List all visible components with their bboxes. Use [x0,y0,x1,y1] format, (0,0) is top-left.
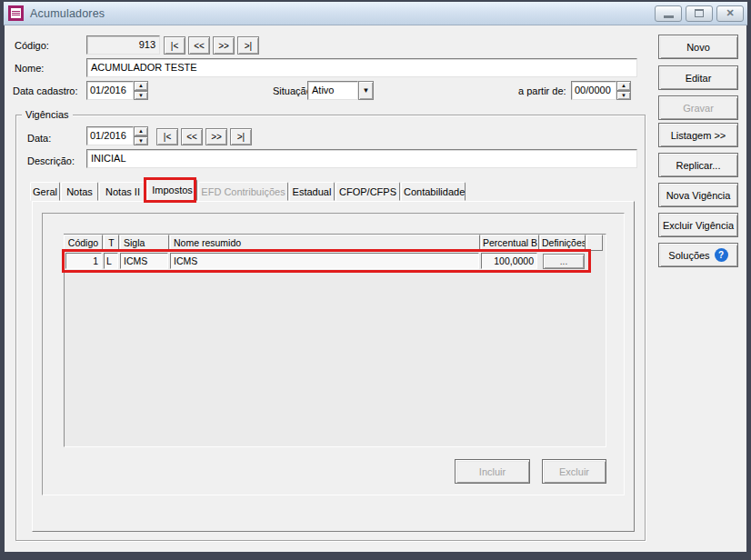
a-partir-de-spinner: 00/0000 ▲ ▼ [571,81,631,100]
grid-header-t[interactable]: T [104,235,119,251]
vigencias-legend: Vigências [22,108,73,121]
data-cadastro-field[interactable]: 01/2016 [86,81,134,100]
tab-contabilidade[interactable]: Contabilidade [401,182,466,201]
replicar-button[interactable]: Replicar... [658,153,738,177]
grid-cell-sigla[interactable]: ICMS [120,253,168,269]
spin-down-icon[interactable]: ▼ [616,91,631,101]
data-cadastro-spinner: 01/2016 ▲ ▼ [86,81,148,100]
a-partir-de-field[interactable]: 00/0000 [571,81,616,100]
vigencia-data-spinner: 01/2016 ▲ ▼ [86,126,148,145]
grid-header-extra [586,235,603,251]
situacao-combo[interactable]: Ativo ▼ [307,81,374,100]
novo-button[interactable]: Novo [658,35,738,59]
maximize-button[interactable] [686,5,713,22]
nome-field[interactable]: ACUMULADOR TESTE [86,58,637,77]
listagem-button[interactable]: Listagem >> [658,123,738,147]
vigencia-nav-first-button[interactable]: |< [156,128,178,145]
spin-up-icon[interactable]: ▲ [616,81,631,91]
vigencia-data-field[interactable]: 01/2016 [86,126,134,145]
window-title: Acumuladores [30,7,655,20]
titlebar: Acumuladores ✕ [4,2,747,25]
minimize-button[interactable] [655,5,682,22]
tab-geral[interactable]: Geral [30,182,60,201]
tab-impostos[interactable]: Impostos [147,179,197,201]
grid-header-definicoes[interactable]: Definições [540,235,586,251]
grid-header-codigo[interactable]: Código [64,235,103,251]
spin-down-icon[interactable]: ▼ [134,136,148,146]
nav-next-button[interactable]: >> [213,36,235,55]
maximize-icon [695,9,704,17]
vigencia-data-label: Data: [27,132,51,145]
help-icon: ? [715,248,728,262]
definicoes-ellipsis-button[interactable]: ... [543,254,585,269]
tab-estadual[interactable]: Estadual [289,182,335,201]
descricao-field[interactable]: INICIAL [86,149,637,168]
nav-previous-button[interactable]: << [188,36,210,55]
excluir-vigencia-button[interactable]: Excluir Vigência [658,213,738,237]
tab-notas-ii[interactable]: Notas II [99,182,146,201]
vigencia-nav-next-button[interactable]: >> [205,128,227,145]
a-partir-de-label: a partir de: [518,85,566,97]
grid-cell-codigo[interactable]: 1 [65,253,102,269]
dropdown-arrow-icon[interactable]: ▼ [358,81,374,100]
close-button[interactable]: ✕ [716,5,744,22]
incluir-button[interactable]: Incluir [455,459,530,484]
grid-header-sigla[interactable]: Sigla [120,235,169,251]
grid-cell-t[interactable]: L [104,253,118,269]
minimize-icon [664,15,674,18]
nome-label: Nome: [15,62,44,75]
nav-first-button[interactable]: |< [164,36,185,55]
grid-header-percentual-bc[interactable]: Percentual B.C. [481,235,539,251]
situacao-value: Ativo [307,81,358,100]
tabstrip: Geral Notas Notas II Impostos EFD Contri… [30,179,466,201]
window-controls: ✕ [655,5,744,22]
gravar-button[interactable]: Gravar [658,95,738,120]
vigencia-nav-last-button[interactable]: >| [230,128,252,145]
app-document-icon [8,5,24,21]
solucoes-button-label: Soluções [668,250,709,261]
spin-up-icon[interactable]: ▲ [134,81,148,91]
excluir-button[interactable]: Excluir [542,459,606,484]
grid-header-nome-resumido[interactable]: Nome resumido [170,235,480,251]
close-icon: ✕ [726,8,734,18]
spin-down-icon[interactable]: ▼ [134,91,148,101]
nav-last-button[interactable]: >| [237,36,259,55]
descricao-label: Descrição: [27,155,75,167]
editar-button[interactable]: Editar [658,65,738,90]
grid-cell-nome-resumido[interactable]: ICMS [170,253,479,269]
grid-cell-percentual-bc[interactable]: 100,0000 [481,253,537,269]
solucoes-button[interactable]: Soluções ? [658,243,738,267]
acumuladores-window: Acumuladores ✕ Código: 913 |< << >> >| N… [0,0,751,560]
codigo-field[interactable]: 913 [86,35,160,55]
nova-vigencia-button[interactable]: Nova Vigência [658,183,738,207]
tab-cfop-cfps[interactable]: CFOP/CFPS [335,182,400,201]
tab-efd-contribuicoes: EFD Contribuições [198,182,288,201]
spin-up-icon[interactable]: ▲ [134,126,148,136]
tab-notas[interactable]: Notas [61,182,98,201]
vigencia-nav-previous-button[interactable]: << [181,128,203,145]
codigo-label: Código: [15,39,49,52]
data-cadastro-label: Data cadastro: [13,85,78,97]
